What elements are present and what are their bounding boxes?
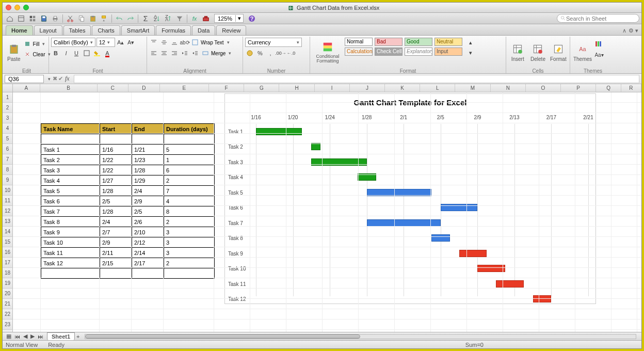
copy-icon[interactable] (76, 14, 87, 23)
row-header[interactable]: 18 (3, 268, 13, 278)
tab-review[interactable]: Review (216, 25, 246, 35)
style-explanatory[interactable]: Explanatory ... (405, 47, 432, 56)
search-box[interactable] (557, 14, 639, 23)
tab-charts[interactable]: Charts (92, 25, 120, 35)
column-header[interactable]: N (491, 84, 526, 92)
sort-desc-icon[interactable]: ZA (163, 14, 173, 23)
increase-indent-icon[interactable] (190, 49, 200, 58)
number-format-selector[interactable]: Currency▾ (245, 38, 302, 47)
row-header[interactable]: 4 (3, 123, 13, 134)
row-header[interactable]: 24 (3, 330, 13, 332)
row-header[interactable]: 23 (3, 320, 13, 330)
toolbox-icon[interactable] (201, 14, 211, 23)
row-header[interactable]: 15 (3, 237, 13, 247)
undo-icon[interactable] (114, 14, 124, 23)
row-header[interactable]: 16 (3, 247, 13, 258)
column-header[interactable]: L (420, 84, 455, 92)
column-header[interactable]: C (98, 84, 128, 92)
font-name-selector[interactable]: Calibri (Body)▾ (51, 38, 95, 47)
theme-fonts-icon[interactable]: Aa▾ (594, 50, 604, 59)
row-header[interactable]: 10 (3, 185, 13, 196)
zoom-selector[interactable]: 125%▾ (214, 14, 244, 23)
fill-color-button[interactable] (92, 49, 102, 58)
row-header[interactable]: 12 (3, 206, 13, 216)
increase-decimal-icon[interactable]: .00→ (276, 49, 285, 58)
cancel-formula-icon[interactable]: ✖ (53, 75, 57, 82)
column-header[interactable]: H (279, 84, 314, 92)
insert-cells-button[interactable]: Insert (508, 38, 527, 67)
sheet-first-icon[interactable]: ⏮ (13, 333, 22, 340)
zoom-window-button[interactable] (23, 5, 29, 10)
search-input[interactable] (566, 15, 628, 22)
grow-font-icon[interactable]: A▴ (116, 38, 125, 47)
decrease-decimal-icon[interactable]: ←.0 (286, 49, 296, 58)
border-button[interactable] (82, 49, 91, 58)
tab-home[interactable]: Home (6, 25, 33, 35)
normal-view-icon[interactable] (27, 14, 38, 23)
row-header[interactable]: 6 (3, 144, 13, 154)
row-header[interactable]: 1 (3, 92, 13, 103)
align-top-icon[interactable] (149, 38, 158, 47)
row-header[interactable]: 17 (3, 258, 13, 268)
column-header[interactable]: Q (596, 84, 621, 92)
style-input[interactable]: Input (434, 47, 462, 56)
minimize-window-button[interactable] (14, 5, 20, 10)
cut-icon[interactable] (65, 14, 75, 23)
row-header[interactable]: 2 (3, 103, 13, 113)
name-box[interactable]: Q36 (5, 75, 44, 83)
merge-dropdown[interactable]: ▾ (229, 51, 231, 56)
tab-smartart[interactable]: SmartArt (121, 25, 155, 35)
style-neutral[interactable]: Neutral (434, 38, 462, 46)
currency-icon[interactable] (245, 49, 254, 58)
row-header[interactable]: 3 (3, 113, 13, 123)
fx-label[interactable]: fx (65, 75, 70, 83)
layout-icon[interactable] (16, 14, 26, 23)
horizontal-scrollbar[interactable] (85, 334, 636, 339)
column-header[interactable]: J (350, 84, 385, 92)
align-center-icon[interactable] (159, 49, 169, 58)
row-header[interactable]: 9 (3, 175, 13, 185)
redo-icon[interactable] (125, 14, 136, 23)
fill-dropdown[interactable]: ▾ (42, 41, 45, 46)
style-check-cell[interactable]: Check Cell (375, 47, 403, 56)
underline-button[interactable]: U (72, 49, 81, 58)
tab-formulas[interactable]: Formulas (156, 25, 191, 35)
align-right-icon[interactable] (170, 49, 179, 58)
column-header[interactable]: G (244, 84, 279, 92)
row-header[interactable]: 22 (3, 309, 13, 320)
select-all-corner[interactable] (3, 84, 13, 92)
theme-colors-icon[interactable] (594, 40, 604, 49)
align-left-icon[interactable] (149, 49, 158, 58)
column-header[interactable]: O (526, 84, 561, 92)
merge-button[interactable] (201, 49, 210, 58)
tab-layout[interactable]: Layout (34, 25, 62, 35)
close-window-button[interactable] (6, 5, 11, 10)
shrink-font-icon[interactable]: A▾ (126, 38, 136, 47)
decrease-indent-icon[interactable] (180, 49, 189, 58)
row-header[interactable]: 8 (3, 165, 13, 175)
sheet-last-icon[interactable]: ⏭ (36, 333, 45, 340)
column-header[interactable]: K (385, 84, 420, 92)
formula-input[interactable] (74, 75, 639, 83)
print-icon[interactable] (50, 14, 60, 23)
bold-button[interactable]: B (51, 49, 60, 58)
row-header[interactable]: 5 (3, 134, 13, 144)
show-formulas-icon[interactable]: fx (189, 14, 200, 23)
format-painter-icon[interactable] (99, 14, 109, 23)
sheet-next-icon[interactable]: ▶ (29, 333, 36, 340)
row-header[interactable]: 20 (3, 289, 13, 299)
style-calculation[interactable]: Calculation (345, 47, 373, 56)
column-header[interactable]: D (128, 84, 159, 92)
themes-button[interactable]: AaThemes (572, 38, 593, 67)
sheet-prev-icon[interactable]: ◀ (22, 333, 29, 340)
paste-button[interactable]: Paste (7, 38, 21, 67)
style-scroll-down-icon[interactable]: ▾ (466, 48, 475, 57)
row-header[interactable]: 11 (3, 196, 13, 206)
ribbon-collapse-icon[interactable]: ∧ (622, 27, 626, 34)
name-box-dropdown[interactable]: ▾ (48, 76, 51, 82)
row-header[interactable]: 7 (3, 154, 13, 165)
tab-data[interactable]: Data (192, 25, 215, 35)
align-bottom-icon[interactable] (170, 38, 179, 47)
column-header[interactable]: M (455, 84, 490, 92)
sheet-tab-sheet1[interactable]: Sheet1 (47, 332, 75, 340)
